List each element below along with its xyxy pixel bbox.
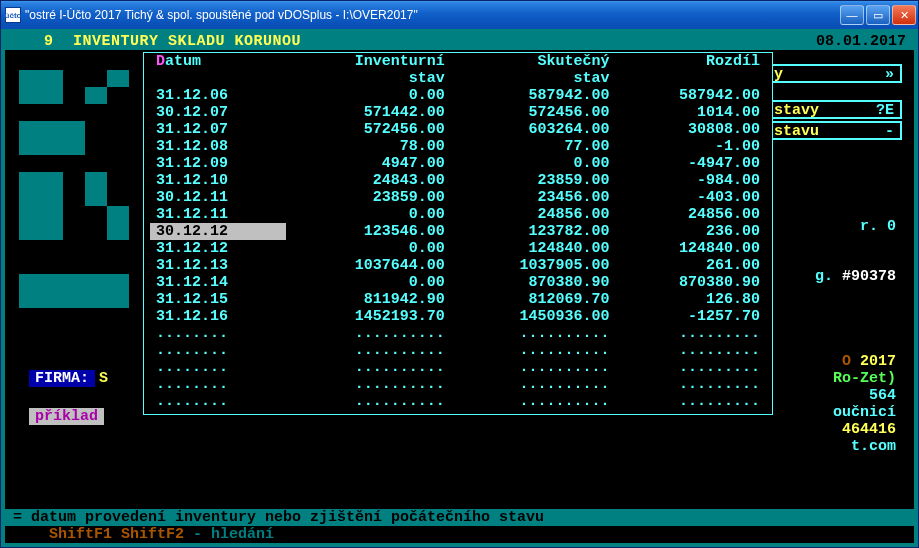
cell: -984.00 (616, 172, 766, 189)
table-row[interactable]: 31.12.0878.0077.00-1.00 (150, 138, 766, 155)
right-menu-2: stavy?E stavu- (772, 100, 902, 142)
cell: 31.12.14 (150, 274, 286, 291)
cell: 24856.00 (451, 206, 616, 223)
table-row-empty[interactable]: ..................................... (150, 325, 766, 342)
cell: -403.00 (616, 189, 766, 206)
cell: 811942.90 (286, 291, 451, 308)
info-fragment: t.com (851, 438, 896, 455)
table-row[interactable]: 31.12.140.00870380.90870380.90 (150, 274, 766, 291)
info-fragment: oučnicí (833, 404, 896, 421)
cell: 30.12.11 (150, 189, 286, 206)
cell: 77.00 (451, 138, 616, 155)
dos-screen: 9 INVENTURY SKLADU KORUNOU 08.01.2017 (1, 29, 918, 547)
table-row-empty[interactable]: ..................................... (150, 376, 766, 393)
cell: 31.12.11 (150, 206, 286, 223)
cell: -4947.00 (616, 155, 766, 172)
cell: 571442.00 (286, 104, 451, 121)
right-menu: y» (772, 64, 902, 85)
cell: 1037905.00 (451, 257, 616, 274)
cell: 236.00 (616, 223, 766, 240)
close-button[interactable]: ✕ (892, 5, 916, 25)
table-row[interactable]: 31.12.161452193.701450936.00-1257.70 (150, 308, 766, 325)
info-fragment: 464416 (842, 421, 896, 438)
firma-value: S (95, 370, 108, 387)
menu-item[interactable]: stavy?E (772, 100, 902, 119)
cell: 30808.00 (616, 121, 766, 138)
table-row[interactable]: 31.12.07572456.00603264.0030808.00 (150, 121, 766, 138)
cell: 261.00 (616, 257, 766, 274)
cell: 870380.90 (616, 274, 766, 291)
table-row-empty[interactable]: ..................................... (150, 359, 766, 376)
cell: 572456.00 (451, 104, 616, 121)
info-fragment: 564 (869, 387, 896, 404)
info-fragment: O 2017 (842, 353, 896, 370)
cell: 572456.00 (286, 121, 451, 138)
hint-bar: = datum provedení inventury nebo zjištěn… (5, 509, 914, 526)
cell: 24843.00 (286, 172, 451, 189)
cell: 24856.00 (616, 206, 766, 223)
cell: 78.00 (286, 138, 451, 155)
table-row[interactable]: 31.12.15811942.90812069.70126.80 (150, 291, 766, 308)
cell: 23859.00 (451, 172, 616, 189)
col-inventory: Inventurnístav (286, 53, 451, 87)
table-row-empty[interactable]: ..................................... (150, 393, 766, 410)
header-number: 9 (13, 33, 53, 50)
table-row[interactable]: 30.12.07571442.00572456.001014.00 (150, 104, 766, 121)
cell: 0.00 (286, 240, 451, 257)
cell: 587942.00 (451, 87, 616, 104)
table-row[interactable]: 30.12.12123546.00123782.00236.00 (150, 223, 766, 240)
cell: -1257.70 (616, 308, 766, 325)
header-bar: 9 INVENTURY SKLADU KORUNOU 08.01.2017 (5, 33, 914, 50)
maximize-button[interactable]: ▭ (866, 5, 890, 25)
firma-row: FIRMA: S (29, 370, 108, 387)
cell: 0.00 (286, 206, 451, 223)
table-row[interactable]: 31.12.110.0024856.0024856.00 (150, 206, 766, 223)
cell: 31.12.12 (150, 240, 286, 257)
info-fragment: g. #90378 (815, 268, 896, 285)
table-row[interactable]: 31.12.120.00124840.00124840.00 (150, 240, 766, 257)
logo-blocks (19, 70, 129, 308)
cell: 30.12.07 (150, 104, 286, 121)
cell: 123546.00 (286, 223, 451, 240)
cell: -1.00 (616, 138, 766, 155)
app-icon: účto (5, 7, 21, 23)
cell: 31.12.06 (150, 87, 286, 104)
col-diff: Rozdíl (616, 53, 766, 87)
cell: 31.12.16 (150, 308, 286, 325)
minimize-button[interactable]: — (840, 5, 864, 25)
firma-label: FIRMA: (29, 370, 95, 387)
cell: 603264.00 (451, 121, 616, 138)
priklad-badge: příklad (29, 408, 104, 425)
col-actual: Skutečnýstav (451, 53, 616, 87)
cell: 870380.90 (451, 274, 616, 291)
titlebar[interactable]: účto "ostré I-Účto 2017 Tichý & spol. sp… (1, 1, 918, 29)
menu-item[interactable]: y» (772, 64, 902, 83)
cell: 31.12.08 (150, 138, 286, 155)
terminal-area: FIRMA: S příklad y» stavy?E stavu- r. 0 … (5, 50, 914, 509)
cell: 1014.00 (616, 104, 766, 121)
shortcut-bar: ShiftF1 ShiftF2 - hledání (5, 526, 914, 543)
cell: 123782.00 (451, 223, 616, 240)
info-fragment: Ro-Zet) (833, 370, 896, 387)
cell: 0.00 (286, 87, 451, 104)
cell: 31.12.13 (150, 257, 286, 274)
cell: 23456.00 (451, 189, 616, 206)
cell: 124840.00 (451, 240, 616, 257)
app-window: účto "ostré I-Účto 2017 Tichý & spol. sp… (0, 0, 919, 548)
inventory-table[interactable]: Datum Inventurnístav Skutečnýstav Rozdíl… (150, 53, 766, 410)
cell: 30.12.12 (150, 223, 286, 240)
menu-item[interactable]: stavu- (772, 121, 902, 140)
cell: 31.12.15 (150, 291, 286, 308)
inventory-popup: Datum Inventurnístav Skutečnýstav Rozdíl… (143, 52, 773, 415)
cell: 31.12.07 (150, 121, 286, 138)
cell: 0.00 (451, 155, 616, 172)
table-row[interactable]: 31.12.1024843.0023859.00-984.00 (150, 172, 766, 189)
table-row[interactable]: 31.12.060.00587942.00587942.00 (150, 87, 766, 104)
table-row[interactable]: 31.12.131037644.001037905.00261.00 (150, 257, 766, 274)
table-row-empty[interactable]: ..................................... (150, 342, 766, 359)
cell: 1452193.70 (286, 308, 451, 325)
table-row[interactable]: 30.12.1123859.0023456.00-403.00 (150, 189, 766, 206)
table-row[interactable]: 31.12.094947.000.00-4947.00 (150, 155, 766, 172)
info-fragment: r. 0 (860, 218, 896, 235)
header-date: 08.01.2017 (816, 33, 906, 50)
